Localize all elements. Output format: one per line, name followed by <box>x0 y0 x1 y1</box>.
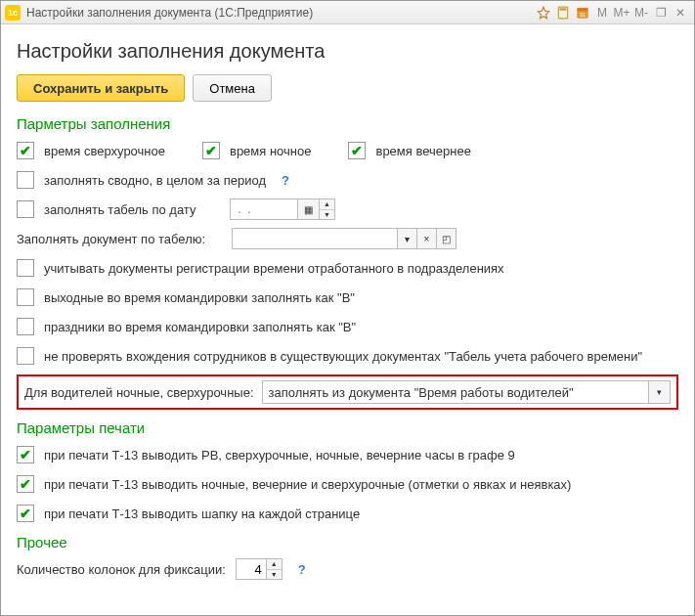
section-other: Прочее <box>17 534 678 550</box>
page-title: Настройки заполнения документа <box>17 40 678 63</box>
memory-mplus-button[interactable]: M+ <box>612 4 631 22</box>
label-trip-weekends: выходные во время командировки заполнять… <box>44 290 355 305</box>
titlebar: 1c Настройки заполнения документа (1С:Пр… <box>1 1 694 24</box>
label-fix-cols: Количество колонок для фиксации: <box>17 562 226 577</box>
calculator-icon[interactable] <box>553 4 573 22</box>
fix-cols-input-group: ▲▼ <box>236 558 282 580</box>
memory-mminus-button[interactable]: M- <box>631 4 651 22</box>
label-summary-period: заполнять сводно, в целом за период <box>44 173 266 188</box>
action-buttons: Сохранить и закрыть Отмена <box>17 74 678 102</box>
label-evening: время вечернее <box>375 144 470 158</box>
memory-m-button[interactable]: M <box>592 4 612 22</box>
checkbox-evening[interactable] <box>348 142 366 159</box>
label-t13-header: при печати Т-13 выводить шапку на каждой… <box>44 506 360 521</box>
label-fill-by-date: заполнять табель по дату <box>44 202 220 217</box>
tabel-combo: ▾ × ◰ <box>232 228 456 249</box>
tabel-clear-button[interactable]: × <box>417 228 437 249</box>
label-drivers: Для водителей ночные, сверхурочные: <box>24 385 254 400</box>
date-field[interactable] <box>230 198 298 220</box>
svg-rect-3 <box>578 8 588 11</box>
checkbox-summary-period[interactable] <box>17 171 34 189</box>
label-night: время ночное <box>230 144 312 158</box>
fix-cols-input[interactable] <box>236 558 267 580</box>
drivers-dropdown-value: заполнять из документа "Время работы вод… <box>262 380 649 404</box>
label-doc-by-tabel: Заполнять документ по табелю: <box>17 232 222 246</box>
window-title: Настройки заполнения документа (1С:Предп… <box>26 6 534 20</box>
checkbox-t13-g9[interactable] <box>17 446 34 463</box>
checkbox-trip-weekends[interactable] <box>17 288 34 306</box>
svg-rect-1 <box>560 8 567 10</box>
close-button[interactable]: ✕ <box>671 4 690 22</box>
date-spinner[interactable]: ▲▼ <box>320 198 335 220</box>
fix-cols-spinner[interactable]: ▲▼ <box>267 558 282 580</box>
drivers-highlight-row: Для водителей ночные, сверхурочные: запо… <box>17 374 678 410</box>
checkbox-night[interactable] <box>202 142 220 159</box>
date-picker-button[interactable]: ▦ <box>298 198 320 220</box>
checkbox-overtime[interactable] <box>17 142 34 159</box>
checkbox-consider-reg[interactable] <box>17 259 34 277</box>
checkbox-t13-marks[interactable] <box>17 475 34 493</box>
checkbox-trip-holidays[interactable] <box>17 318 34 335</box>
label-t13-g9: при печати Т-13 выводить РВ, сверхурочны… <box>44 448 515 462</box>
calendar-icon[interactable]: 31 <box>573 4 592 22</box>
tabel-open-button[interactable]: ◰ <box>437 228 456 249</box>
section-print-params: Параметры печати <box>17 419 678 436</box>
label-overtime: время сверхурочное <box>44 144 165 158</box>
drivers-dropdown-button[interactable]: ▾ <box>649 380 671 404</box>
content-area: Настройки заполнения документа Сохранить… <box>1 24 694 599</box>
app-icon: 1c <box>5 5 21 21</box>
save-close-button[interactable]: Сохранить и закрыть <box>17 74 185 102</box>
help-fix-cols[interactable]: ? <box>298 562 306 577</box>
section-fill-params: Парметры заполнения <box>17 115 678 132</box>
checkbox-no-check-entries[interactable] <box>17 347 34 365</box>
checkbox-fill-by-date[interactable] <box>17 200 34 218</box>
label-no-check-entries: не проверять вхождения сотрудников в сущ… <box>44 349 642 364</box>
date-input-group: ▦ ▲▼ <box>230 198 335 220</box>
label-trip-holidays: праздники во время командировки заполнят… <box>44 320 356 334</box>
tabel-input[interactable] <box>232 228 398 249</box>
checkbox-t13-header[interactable] <box>17 505 34 522</box>
help-summary-period[interactable]: ? <box>282 173 289 188</box>
cancel-button[interactable]: Отмена <box>193 74 272 102</box>
window-restore-button[interactable]: ❐ <box>651 4 671 22</box>
drivers-dropdown[interactable]: заполнять из документа "Время работы вод… <box>262 380 671 404</box>
tabel-dropdown-button[interactable]: ▾ <box>398 228 417 249</box>
label-consider-reg: учитывать документы регистрации времени … <box>44 261 504 276</box>
svg-text:31: 31 <box>580 11 586 17</box>
favorite-icon[interactable] <box>534 4 553 22</box>
label-t13-marks: при печати Т-13 выводить ночные, вечерни… <box>44 477 571 492</box>
